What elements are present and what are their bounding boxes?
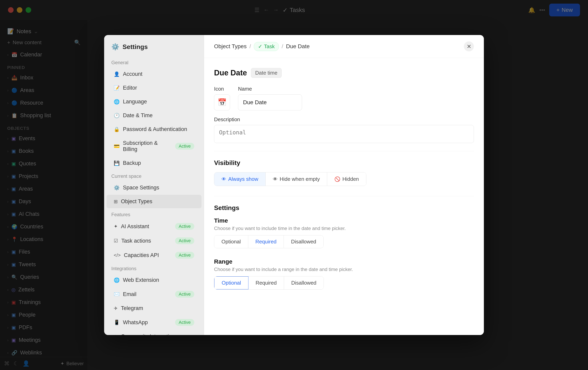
settings-nav-api[interactable]: </> Capacities API Active bbox=[106, 248, 201, 262]
content-header: Object Types / ✓ Task / Due Date ✕ bbox=[204, 35, 484, 58]
space-icon: ⚙️ bbox=[114, 185, 120, 191]
settings-nav-object-types[interactable]: ⊞ Object Types bbox=[106, 195, 201, 208]
whatsapp-icon: 📱 bbox=[114, 320, 120, 325]
task-active-badge: Active bbox=[175, 237, 194, 244]
password-icon: 🔒 bbox=[114, 127, 120, 132]
divider-1 bbox=[214, 151, 474, 151]
content-body: Due Date Date time Icon 📅 Name bbox=[204, 58, 484, 310]
description-input[interactable] bbox=[214, 125, 474, 143]
features-label: Features bbox=[104, 209, 204, 219]
task-check-icon: ✓ bbox=[258, 44, 262, 50]
icon-label: Icon bbox=[214, 86, 230, 92]
ai-active-badge: Active bbox=[175, 223, 194, 230]
visibility-hidden[interactable]: 🚫 Hidden bbox=[327, 172, 366, 186]
email-active-badge: Active bbox=[175, 291, 194, 298]
visibility-always-show[interactable]: 👁 Always show bbox=[214, 172, 266, 186]
settings-nav-whatsapp[interactable]: 📱 WhatsApp Active bbox=[106, 316, 201, 329]
settings-nav-language[interactable]: 🌐 Language bbox=[106, 95, 201, 109]
time-disallowed[interactable]: Disallowed bbox=[284, 235, 323, 248]
billing-active-badge: Active bbox=[175, 143, 194, 150]
settings-nav-community[interactable]: ✦ Community Integrations bbox=[106, 330, 201, 335]
ai-icon: ✦ bbox=[114, 224, 118, 229]
range-title: Range bbox=[214, 258, 474, 265]
settings-title: Settings bbox=[214, 204, 474, 212]
settings-nav-billing[interactable]: 💳 Subscription & Billing Active bbox=[106, 136, 201, 156]
backup-icon: 💾 bbox=[114, 160, 120, 166]
range-options: Optional Required Disallowed bbox=[214, 276, 324, 290]
breadcrumb-object-types[interactable]: Object Types bbox=[214, 43, 247, 50]
api-icon: </> bbox=[114, 252, 121, 258]
description-group: Description bbox=[214, 116, 474, 143]
settings-nav-ai[interactable]: ✦ AI Assistant Active bbox=[106, 219, 201, 233]
icon-picker[interactable]: 📅 bbox=[214, 94, 230, 110]
visibility-section: Visibility 👁 Always show 👁 Hide when emp… bbox=[214, 159, 474, 186]
range-required[interactable]: Required bbox=[248, 276, 284, 289]
task-actions-icon: ☑ bbox=[114, 238, 118, 244]
icon-group: Icon 📅 bbox=[214, 86, 230, 110]
settings-gear-icon: ⚙️ bbox=[111, 43, 119, 51]
settings-sidebar: ⚙️ Settings General 👤 Account 📝 Editor 🌐… bbox=[104, 35, 204, 335]
settings-nav-task-actions[interactable]: ☑ Task actions Active bbox=[106, 234, 201, 248]
eye-slash-icon: 👁 bbox=[273, 176, 278, 182]
settings-nav-space[interactable]: ⚙️ Space Settings bbox=[106, 181, 201, 194]
eye-icon: 👁 bbox=[221, 176, 226, 182]
language-icon: 🌐 bbox=[114, 99, 120, 105]
community-icon: ✦ bbox=[114, 334, 118, 335]
modal-overlay: ⚙️ Settings General 👤 Account 📝 Editor 🌐… bbox=[0, 0, 588, 370]
telegram-icon: ✈ bbox=[114, 305, 118, 311]
calendar-field-icon: 📅 bbox=[218, 98, 227, 107]
whatsapp-active-badge: Active bbox=[175, 319, 194, 326]
field-title: Due Date bbox=[214, 69, 247, 77]
time-required[interactable]: Required bbox=[248, 235, 284, 248]
general-label: General bbox=[104, 57, 204, 67]
breadcrumb-sep-2: / bbox=[282, 43, 283, 50]
settings-nav-password[interactable]: 🔒 Password & Authentication bbox=[106, 123, 201, 136]
icon-name-row: Icon 📅 Name bbox=[214, 86, 474, 110]
settings-nav-telegram[interactable]: ✈ Telegram bbox=[106, 302, 201, 315]
editor-icon: 📝 bbox=[114, 85, 120, 91]
settings-nav-web-ext[interactable]: 🌐 Web Extension bbox=[106, 273, 201, 287]
visibility-title: Visibility bbox=[214, 159, 474, 167]
name-input[interactable] bbox=[238, 94, 302, 110]
settings-nav-backup[interactable]: 💾 Backup bbox=[106, 156, 201, 170]
current-space-label: Current space bbox=[104, 170, 204, 181]
description-label: Description bbox=[214, 116, 474, 123]
settings-content: Object Types / ✓ Task / Due Date ✕ Due D… bbox=[204, 35, 484, 335]
settings-nav-email[interactable]: ✉️ Email Active bbox=[106, 287, 201, 301]
field-type-badge: Date time bbox=[251, 68, 282, 78]
time-options: Optional Required Disallowed bbox=[214, 235, 324, 248]
breadcrumb-task[interactable]: ✓ Task bbox=[254, 42, 279, 51]
object-types-icon: ⊞ bbox=[114, 199, 118, 204]
name-label: Name bbox=[238, 86, 302, 92]
field-header: Due Date Date time bbox=[214, 68, 474, 78]
range-desc: Choose if you want to include a range in… bbox=[214, 267, 474, 272]
name-group: Name bbox=[238, 86, 302, 110]
time-title: Time bbox=[214, 217, 474, 224]
email-icon: ✉️ bbox=[114, 291, 120, 297]
close-button[interactable]: ✕ bbox=[464, 41, 474, 51]
billing-icon: 💳 bbox=[114, 143, 120, 149]
range-section: Range Choose if you want to include a ra… bbox=[214, 258, 474, 290]
integrations-label: Integrations bbox=[104, 263, 204, 273]
settings-header: ⚙️ Settings bbox=[104, 39, 204, 57]
settings-nav-editor[interactable]: 📝 Editor bbox=[106, 81, 201, 95]
datetime-icon: 🕐 bbox=[114, 113, 120, 118]
breadcrumb: Object Types / ✓ Task / Due Date bbox=[214, 42, 310, 51]
time-desc: Choose if you want to include time in th… bbox=[214, 226, 474, 231]
visibility-hide-empty[interactable]: 👁 Hide when empty bbox=[266, 172, 327, 186]
hidden-icon: 🚫 bbox=[334, 176, 340, 182]
api-active-badge: Active bbox=[175, 252, 194, 259]
time-section: Time Choose if you want to include time … bbox=[214, 217, 474, 248]
divider-2 bbox=[214, 196, 474, 196]
range-optional[interactable]: Optional bbox=[214, 276, 249, 290]
time-optional[interactable]: Optional bbox=[214, 235, 248, 248]
settings-modal: ⚙️ Settings General 👤 Account 📝 Editor 🌐… bbox=[104, 35, 484, 335]
web-ext-icon: 🌐 bbox=[114, 277, 120, 283]
range-disallowed[interactable]: Disallowed bbox=[284, 276, 324, 289]
breadcrumb-current: Due Date bbox=[286, 43, 310, 50]
settings-nav-account[interactable]: 👤 Account bbox=[106, 67, 201, 81]
account-icon: 👤 bbox=[114, 71, 120, 77]
breadcrumb-sep-1: / bbox=[249, 43, 251, 50]
settings-nav-datetime[interactable]: 🕐 Date & Time bbox=[106, 109, 201, 122]
visibility-options: 👁 Always show 👁 Hide when empty 🚫 Hidden bbox=[214, 172, 366, 186]
